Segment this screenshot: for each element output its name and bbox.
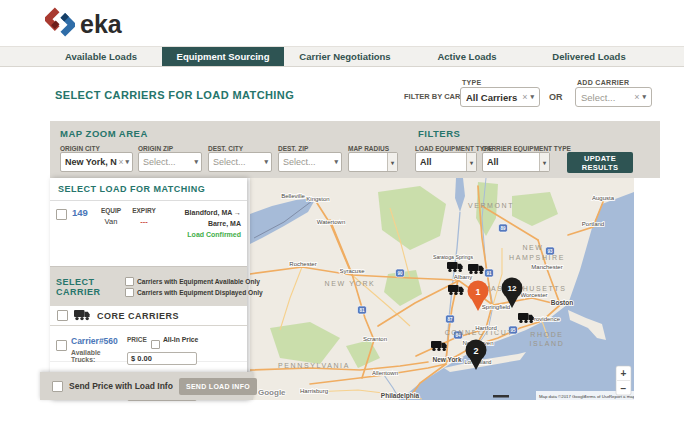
- equipment-available-label: Carriers with Equipment Available Only: [137, 278, 260, 285]
- dest-zip-select[interactable]: Select... ▾: [278, 152, 342, 172]
- svg-text:Allentown: Allentown: [372, 370, 398, 376]
- origin-city-value: New York, NY: [65, 157, 117, 167]
- expiry-value: ---: [130, 217, 158, 226]
- google-logo: Google: [258, 388, 286, 397]
- eka-logo-icon: [45, 7, 75, 41]
- load-id-link[interactable]: 149: [72, 207, 92, 218]
- select-carrier-title: SELECT CARRIER: [56, 277, 120, 297]
- or-label: OR: [549, 92, 563, 102]
- svg-text:Springfield: Springfield: [482, 304, 510, 310]
- carrier-560-link[interactable]: Carrier#560: [71, 336, 123, 346]
- spinner-icon[interactable]: ▾: [387, 153, 397, 171]
- chevron-down-icon[interactable]: ▾: [334, 158, 338, 166]
- carrier-row: Carrier#560 Available Trucks: PRICE All-…: [50, 326, 247, 362]
- map-zoom-control[interactable]: + −: [616, 366, 631, 395]
- svg-text:91: 91: [486, 271, 492, 276]
- load-equipment-type-value: All: [420, 157, 466, 167]
- core-carriers-checkbox[interactable]: [57, 310, 68, 321]
- load-checkbox[interactable]: [56, 209, 67, 220]
- chevron-down-icon[interactable]: ▾: [125, 158, 129, 166]
- chevron-down-icon[interactable]: ▾: [194, 158, 198, 166]
- svg-text:Philadelphia: Philadelphia: [381, 392, 420, 400]
- map-radius-input[interactable]: ▾: [348, 152, 398, 172]
- dest-city-select[interactable]: Select... ▾: [208, 152, 272, 172]
- svg-text:Belleville: Belleville: [281, 193, 305, 199]
- spinner-icon[interactable]: ▾: [539, 153, 549, 171]
- origin-city-label: ORIGIN CITY: [60, 145, 100, 152]
- logo-text: eka: [80, 10, 122, 39]
- zoom-out-button[interactable]: −: [621, 383, 627, 394]
- expiry-label: EXPIRY: [130, 207, 158, 214]
- dest-city-label: DEST. CITY: [208, 145, 243, 152]
- eka-logo: eka: [45, 7, 122, 41]
- chevron-down-icon[interactable]: ▾: [530, 93, 534, 101]
- equip-value: Van: [97, 217, 125, 226]
- zoom-in-button[interactable]: +: [621, 368, 627, 379]
- svg-text:VERMONT: VERMONT: [468, 202, 514, 209]
- carrier-type-select[interactable]: All Carriers × ▾: [460, 87, 540, 107]
- carrier-560-checkbox[interactable]: [56, 340, 67, 351]
- equipment-displayed-checkbox[interactable]: [125, 288, 134, 297]
- carrier-equipment-type-label: CARRIER EQUIPMENT TYPE: [482, 145, 571, 152]
- page-title: SELECT CARRIERS FOR LOAD MATCHING: [55, 89, 294, 101]
- load-equipment-type-label: LOAD EQUIPMENT TYPE: [415, 145, 493, 152]
- load-equipment-type-select[interactable]: All ▾: [415, 152, 477, 172]
- tab-delivered-loads[interactable]: Delivered Loads: [528, 47, 650, 66]
- svg-text:12: 12: [508, 284, 517, 293]
- all-in-price-checkbox[interactable]: [151, 340, 160, 349]
- svg-text:ISLAND: ISLAND: [530, 340, 565, 347]
- svg-text:Albany: Albany: [454, 274, 472, 280]
- add-carrier-select[interactable]: Select... × ▾: [575, 87, 652, 107]
- load-route: Blandford, MA → Barre, MA: [163, 207, 241, 229]
- send-load-info-button[interactable]: SEND LOAD INFO: [179, 378, 257, 395]
- svg-text:Scranton: Scranton: [363, 336, 387, 342]
- tab-equipment-sourcing[interactable]: Equipment Sourcing: [162, 47, 284, 66]
- svg-text:90: 90: [397, 271, 403, 276]
- clear-icon[interactable]: ×: [119, 157, 124, 167]
- map-zoom-filter-panel: MAP ZOOM AREA FILTERS ORIGIN CITY New Yo…: [50, 121, 660, 178]
- update-results-button[interactable]: UPDATE RESULTS: [567, 152, 633, 173]
- svg-text:Syracuse: Syracuse: [339, 268, 365, 274]
- origin-zip-select[interactable]: Select... ▾: [138, 152, 202, 172]
- tab-available-loads[interactable]: Available Loads: [40, 47, 162, 66]
- chevron-down-icon[interactable]: ▾: [642, 93, 646, 101]
- origin-zip-label: ORIGIN ZIP: [138, 145, 173, 152]
- svg-text:Harrisburg: Harrisburg: [300, 388, 328, 394]
- svg-text:Watertown: Watertown: [317, 219, 345, 225]
- all-in-price-label: All-In Price: [163, 336, 199, 343]
- spinner-icon[interactable]: ▾: [466, 153, 476, 171]
- select-load-title: SELECT LOAD FOR MATCHING: [50, 178, 247, 201]
- carrier-matching-panel: SELECT LOAD FOR MATCHING 149 EQUIP Van E…: [50, 178, 247, 400]
- terms-of-use-link[interactable]: Terms of Use: [584, 394, 610, 399]
- core-carriers-header[interactable]: CORE CARRIERS: [50, 306, 247, 326]
- carrier-type-value: All Carriers: [466, 92, 519, 103]
- chevron-down-icon[interactable]: ▾: [264, 158, 268, 166]
- dest-city-value: Select...: [213, 157, 264, 167]
- svg-text:HAMPSHIRE: HAMPSHIRE: [509, 254, 565, 261]
- svg-text:2: 2: [473, 346, 478, 356]
- svg-text:Worcester: Worcester: [520, 292, 547, 298]
- tab-carrier-negotiations[interactable]: Carrier Negotiations: [284, 47, 406, 66]
- tab-active-loads[interactable]: Active Loads: [406, 47, 528, 66]
- svg-text:NEW YORK: NEW YORK: [325, 280, 376, 287]
- origin-city-select[interactable]: New York, NY × ▾: [60, 152, 133, 172]
- load-status: Load Confirmed: [163, 229, 241, 240]
- truck-icon: [74, 307, 91, 325]
- map-scale-bar: [493, 395, 509, 398]
- send-price-checkbox[interactable]: [52, 381, 63, 392]
- carrier-equipment-type-select[interactable]: All ▾: [482, 152, 550, 172]
- filters-title: FILTERS: [418, 128, 460, 139]
- svg-text:Hartford: Hartford: [475, 325, 497, 331]
- map-canvas[interactable]: 90 87 81 91 84 95 93 89 NEW YORK VERMONT…: [250, 178, 634, 400]
- clear-icon[interactable]: ×: [634, 92, 639, 102]
- svg-text:Augusta: Augusta: [592, 195, 615, 201]
- svg-text:81: 81: [359, 308, 365, 313]
- equipment-sourcing-page: eka Available Loads Equipment Sourcing C…: [0, 0, 684, 424]
- svg-text:Providence: Providence: [530, 316, 561, 322]
- svg-text:New York: New York: [432, 356, 461, 363]
- add-carrier-value: Select...: [581, 92, 631, 103]
- price-label: PRICE: [127, 336, 147, 343]
- clear-icon[interactable]: ×: [522, 92, 527, 102]
- equipment-available-checkbox[interactable]: [125, 277, 134, 286]
- load-row[interactable]: 149 EQUIP Van EXPIRY --- Blandford, MA →…: [50, 201, 247, 241]
